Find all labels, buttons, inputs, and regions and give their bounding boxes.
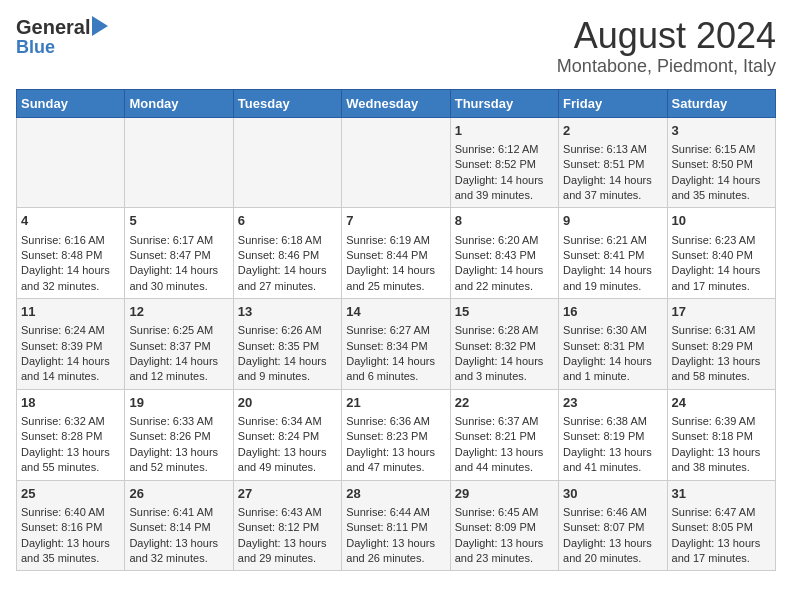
day-number: 1 [455, 122, 554, 140]
day-number: 5 [129, 212, 228, 230]
header-friday: Friday [559, 89, 667, 117]
day-info: Sunset: 8:32 PM [455, 339, 554, 354]
day-number: 6 [238, 212, 337, 230]
day-info: Sunrise: 6:18 AM [238, 233, 337, 248]
day-info: Daylight: 13 hours [672, 536, 771, 551]
logo-text: General [16, 16, 90, 38]
day-info: Sunset: 8:51 PM [563, 157, 662, 172]
day-info: Sunrise: 6:15 AM [672, 142, 771, 157]
day-number: 25 [21, 485, 120, 503]
day-info: and 22 minutes. [455, 279, 554, 294]
calendar-cell: 4Sunrise: 6:16 AMSunset: 8:48 PMDaylight… [17, 208, 125, 299]
day-info: and 9 minutes. [238, 369, 337, 384]
header-saturday: Saturday [667, 89, 775, 117]
day-info: Daylight: 13 hours [346, 536, 445, 551]
day-info: Daylight: 14 hours [672, 173, 771, 188]
day-info: Daylight: 14 hours [21, 354, 120, 369]
day-info: and 23 minutes. [455, 551, 554, 566]
calendar-cell: 5Sunrise: 6:17 AMSunset: 8:47 PMDaylight… [125, 208, 233, 299]
day-info: Sunrise: 6:21 AM [563, 233, 662, 248]
day-info: and 17 minutes. [672, 551, 771, 566]
header-sunday: Sunday [17, 89, 125, 117]
header-tuesday: Tuesday [233, 89, 341, 117]
calendar-cell: 3Sunrise: 6:15 AMSunset: 8:50 PMDaylight… [667, 117, 775, 208]
calendar-cell: 25Sunrise: 6:40 AMSunset: 8:16 PMDayligh… [17, 480, 125, 571]
logo-arrow-icon [92, 16, 108, 36]
day-info: Daylight: 14 hours [455, 263, 554, 278]
day-info: Sunrise: 6:27 AM [346, 323, 445, 338]
day-number: 21 [346, 394, 445, 412]
calendar-cell: 30Sunrise: 6:46 AMSunset: 8:07 PMDayligh… [559, 480, 667, 571]
day-number: 29 [455, 485, 554, 503]
day-number: 18 [21, 394, 120, 412]
day-info: and 17 minutes. [672, 279, 771, 294]
day-number: 3 [672, 122, 771, 140]
day-number: 12 [129, 303, 228, 321]
day-info: Sunrise: 6:40 AM [21, 505, 120, 520]
day-number: 31 [672, 485, 771, 503]
day-info: Daylight: 13 hours [672, 445, 771, 460]
day-info: Daylight: 14 hours [21, 263, 120, 278]
day-info: Sunrise: 6:32 AM [21, 414, 120, 429]
day-info: and 30 minutes. [129, 279, 228, 294]
day-info: Sunset: 8:34 PM [346, 339, 445, 354]
day-info: Sunset: 8:35 PM [238, 339, 337, 354]
day-info: Daylight: 13 hours [21, 445, 120, 460]
day-info: Sunrise: 6:28 AM [455, 323, 554, 338]
header-wednesday: Wednesday [342, 89, 450, 117]
day-number: 19 [129, 394, 228, 412]
day-info: Sunset: 8:19 PM [563, 429, 662, 444]
day-info: Sunrise: 6:38 AM [563, 414, 662, 429]
day-info: Sunset: 8:41 PM [563, 248, 662, 263]
day-info: Sunrise: 6:46 AM [563, 505, 662, 520]
calendar-cell: 29Sunrise: 6:45 AMSunset: 8:09 PMDayligh… [450, 480, 558, 571]
day-info: Sunrise: 6:24 AM [21, 323, 120, 338]
day-info: Sunrise: 6:37 AM [455, 414, 554, 429]
calendar-cell [17, 117, 125, 208]
day-info: Sunrise: 6:25 AM [129, 323, 228, 338]
day-info: Daylight: 13 hours [563, 445, 662, 460]
day-info: Sunrise: 6:19 AM [346, 233, 445, 248]
calendar-cell: 31Sunrise: 6:47 AMSunset: 8:05 PMDayligh… [667, 480, 775, 571]
day-info: Sunrise: 6:39 AM [672, 414, 771, 429]
day-info: and 25 minutes. [346, 279, 445, 294]
day-info: Sunset: 8:18 PM [672, 429, 771, 444]
day-info: and 55 minutes. [21, 460, 120, 475]
day-info: Sunrise: 6:17 AM [129, 233, 228, 248]
day-info: Sunset: 8:14 PM [129, 520, 228, 535]
calendar-cell: 1Sunrise: 6:12 AMSunset: 8:52 PMDaylight… [450, 117, 558, 208]
page-header: General Blue August 2024 Montabone, Pied… [16, 16, 776, 77]
day-info: Sunset: 8:40 PM [672, 248, 771, 263]
day-info: Daylight: 14 hours [346, 263, 445, 278]
day-info: and 35 minutes. [672, 188, 771, 203]
logo-blue-text: Blue [16, 38, 55, 58]
calendar-cell: 10Sunrise: 6:23 AMSunset: 8:40 PMDayligh… [667, 208, 775, 299]
day-number: 8 [455, 212, 554, 230]
day-info: Sunrise: 6:47 AM [672, 505, 771, 520]
day-info: Sunset: 8:39 PM [21, 339, 120, 354]
calendar-cell: 27Sunrise: 6:43 AMSunset: 8:12 PMDayligh… [233, 480, 341, 571]
calendar-cell: 22Sunrise: 6:37 AMSunset: 8:21 PMDayligh… [450, 389, 558, 480]
calendar-week-row: 4Sunrise: 6:16 AMSunset: 8:48 PMDaylight… [17, 208, 776, 299]
calendar-cell: 21Sunrise: 6:36 AMSunset: 8:23 PMDayligh… [342, 389, 450, 480]
day-info: Sunset: 8:44 PM [346, 248, 445, 263]
day-info: Sunrise: 6:20 AM [455, 233, 554, 248]
day-info: and 35 minutes. [21, 551, 120, 566]
day-info: and 20 minutes. [563, 551, 662, 566]
day-info: Sunset: 8:52 PM [455, 157, 554, 172]
day-info: Sunset: 8:07 PM [563, 520, 662, 535]
day-number: 30 [563, 485, 662, 503]
day-info: Sunset: 8:05 PM [672, 520, 771, 535]
day-info: Sunset: 8:21 PM [455, 429, 554, 444]
day-info: and 27 minutes. [238, 279, 337, 294]
calendar-cell: 14Sunrise: 6:27 AMSunset: 8:34 PMDayligh… [342, 299, 450, 390]
day-info: Sunrise: 6:34 AM [238, 414, 337, 429]
day-info: Sunset: 8:28 PM [21, 429, 120, 444]
day-info: Daylight: 13 hours [563, 536, 662, 551]
calendar-cell: 2Sunrise: 6:13 AMSunset: 8:51 PMDaylight… [559, 117, 667, 208]
day-number: 15 [455, 303, 554, 321]
day-info: Daylight: 14 hours [672, 263, 771, 278]
day-info: Sunrise: 6:36 AM [346, 414, 445, 429]
day-info: Sunset: 8:09 PM [455, 520, 554, 535]
calendar-cell [233, 117, 341, 208]
